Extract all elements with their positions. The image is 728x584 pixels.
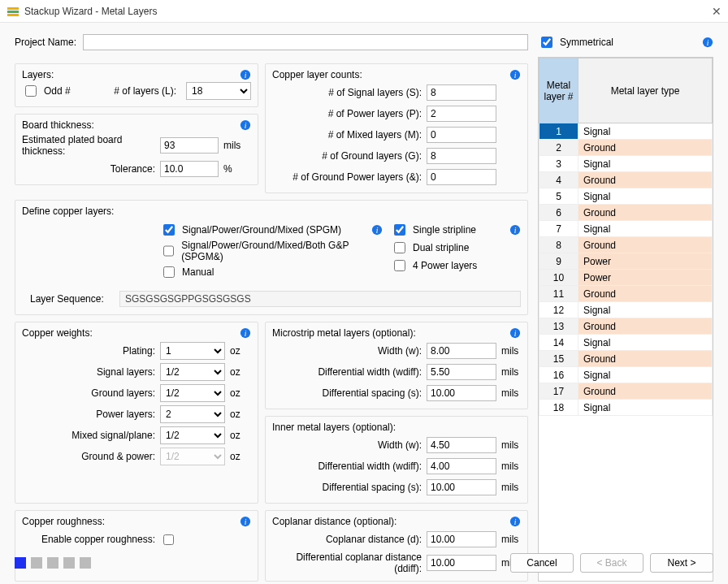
- app-icon: [6, 5, 20, 18]
- enable-roughness-checkbox[interactable]: [163, 534, 174, 545]
- manual-checkbox[interactable]: [163, 266, 175, 278]
- signal-weight-label: Signal layers:: [22, 366, 160, 378]
- info-icon[interactable]: i: [240, 327, 251, 339]
- svg-rect-1: [7, 11, 19, 13]
- signal-weight-select[interactable]: 1/2: [160, 363, 225, 381]
- plating-unit: oz: [225, 345, 249, 357]
- coplanar-title: Coplanar distance (optional):: [272, 516, 396, 527]
- spgm-checkbox[interactable]: [163, 224, 175, 236]
- table-row[interactable]: 1Signal: [540, 123, 713, 140]
- cancel-button[interactable]: Cancel: [510, 553, 574, 573]
- odd-checkbox[interactable]: [25, 85, 37, 97]
- row-type: Ground: [578, 318, 713, 335]
- mixed-weight-label: Mixed signal/plane:: [22, 430, 160, 441]
- in-diffs-label: Differential spacing (s):: [272, 482, 427, 493]
- row-number: 18: [540, 400, 578, 416]
- ms-width-label: Width (w):: [272, 345, 427, 357]
- table-row[interactable]: 14Signal: [540, 335, 713, 351]
- power-count-input[interactable]: [427, 106, 496, 122]
- ms-diffw-input[interactable]: [427, 364, 496, 380]
- table-row[interactable]: 4Ground: [540, 172, 713, 188]
- info-icon[interactable]: i: [240, 69, 251, 80]
- project-name-input[interactable]: [83, 34, 528, 50]
- four-power-checkbox[interactable]: [394, 260, 405, 271]
- power-weight-select[interactable]: 2: [160, 405, 225, 423]
- info-icon[interactable]: i: [509, 516, 521, 527]
- dual-stripline-label: Dual stripline: [413, 242, 469, 253]
- copper-weights-title: Copper weights:: [22, 327, 93, 339]
- svg-text:i: i: [707, 38, 709, 47]
- enable-roughness-label: Enable copper roughness:: [22, 534, 160, 545]
- ground-weight-select[interactable]: 1/2: [160, 384, 225, 402]
- close-icon[interactable]: ✕: [712, 5, 722, 18]
- col-header-metal: Metal layer #: [540, 58, 578, 123]
- mixed-count-input[interactable]: [427, 127, 496, 143]
- step-3[interactable]: [47, 557, 58, 569]
- symmetrical-label: Symmetrical: [560, 37, 613, 48]
- tolerance-input[interactable]: [160, 161, 219, 177]
- ms-diffw-label: Differential width (wdiff):: [272, 366, 427, 378]
- in-diffw-label: Differential width (wdiff):: [272, 461, 427, 472]
- table-row[interactable]: 11Ground: [540, 286, 713, 302]
- mixed-weight-select[interactable]: 1/2: [160, 426, 225, 444]
- single-stripline-checkbox[interactable]: [394, 224, 405, 236]
- estimated-thickness-unit: mils: [219, 140, 243, 151]
- estimated-thickness-input[interactable]: [160, 137, 219, 154]
- row-number: 10: [540, 270, 578, 286]
- ms-width-input[interactable]: [427, 343, 496, 359]
- window-title: Stackup Wizard - Metal Layers: [24, 6, 712, 17]
- gp-count-input[interactable]: [427, 169, 496, 185]
- row-type: Ground: [578, 237, 713, 253]
- info-icon[interactable]: i: [509, 224, 521, 236]
- signal-count-input[interactable]: [427, 84, 496, 101]
- table-row[interactable]: 17Ground: [540, 383, 713, 400]
- info-icon[interactable]: i: [371, 224, 383, 236]
- dual-stripline-checkbox[interactable]: [394, 242, 405, 253]
- svg-text:i: i: [245, 71, 247, 80]
- step-5[interactable]: [80, 557, 91, 569]
- table-row[interactable]: 16Signal: [540, 367, 713, 383]
- row-number: 17: [540, 383, 578, 400]
- info-icon[interactable]: i: [509, 327, 521, 339]
- spgm-amp-checkbox[interactable]: [163, 245, 174, 257]
- roughness-title: Copper roughness:: [22, 516, 105, 527]
- table-row[interactable]: 7Signal: [540, 221, 713, 237]
- table-row[interactable]: 15Ground: [540, 351, 713, 367]
- plating-select[interactable]: 1: [160, 342, 225, 360]
- table-row[interactable]: 5Signal: [540, 188, 713, 205]
- info-icon[interactable]: i: [509, 69, 521, 80]
- ms-diffs-input[interactable]: [427, 385, 496, 401]
- row-type: Signal: [578, 188, 713, 205]
- in-width-input[interactable]: [427, 437, 496, 453]
- info-icon[interactable]: i: [240, 119, 251, 131]
- table-row[interactable]: 13Ground: [540, 318, 713, 335]
- info-icon[interactable]: i: [240, 516, 251, 527]
- in-diffs-input[interactable]: [427, 479, 496, 495]
- symmetrical-checkbox[interactable]: [541, 37, 552, 48]
- define-copper-panel: Define copper layers: Signal/Power/Groun…: [15, 200, 528, 315]
- step-1[interactable]: [15, 557, 26, 569]
- next-button[interactable]: Next >: [650, 553, 713, 573]
- row-type: Signal: [578, 335, 713, 351]
- ground-count-input[interactable]: [427, 148, 496, 164]
- info-icon[interactable]: i: [702, 37, 713, 48]
- in-diffw-input[interactable]: [427, 458, 496, 474]
- table-row[interactable]: 2Ground: [540, 140, 713, 156]
- row-number: 15: [540, 351, 578, 367]
- table-row[interactable]: 6Ground: [540, 205, 713, 221]
- row-number: 6: [540, 205, 578, 221]
- table-row[interactable]: 18Signal: [540, 400, 713, 416]
- row-number: 2: [540, 140, 578, 156]
- copper-counts-panel: Copper layer counts: i # of Signal layer…: [265, 63, 528, 193]
- step-4[interactable]: [63, 557, 75, 569]
- table-row[interactable]: 3Signal: [540, 156, 713, 172]
- step-2[interactable]: [31, 557, 42, 569]
- odd-label: Odd #: [44, 85, 71, 97]
- table-row[interactable]: 9Power: [540, 253, 713, 270]
- table-row[interactable]: 8Ground: [540, 237, 713, 253]
- table-row[interactable]: 10Power: [540, 270, 713, 286]
- svg-text:i: i: [245, 329, 247, 338]
- mixed-count-label: # of Mixed layers (M):: [272, 129, 427, 141]
- num-layers-select[interactable]: 18: [186, 82, 251, 100]
- table-row[interactable]: 12Signal: [540, 302, 713, 318]
